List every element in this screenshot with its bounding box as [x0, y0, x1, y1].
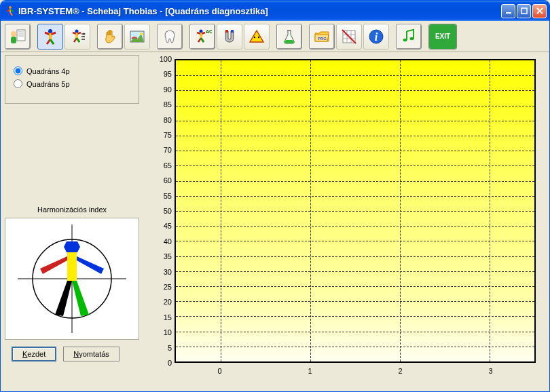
- svg-text:AC: AC: [206, 29, 212, 34]
- y-tick-label: 20: [142, 298, 172, 306]
- svg-marker-39: [55, 281, 72, 316]
- radio-panel: Quadráns 4p Quadráns 5p: [5, 55, 139, 104]
- info-icon[interactable]: i: [363, 24, 389, 50]
- radio-quadrans-4p[interactable]: Quadráns 4p: [12, 66, 132, 75]
- person-ac-icon[interactable]: AC: [189, 24, 215, 50]
- content-area: Quadráns 4p Quadráns 5p Harmonizációs in…: [1, 52, 549, 391]
- chart-plot: [175, 59, 536, 363]
- y-tick-label: 50: [142, 207, 172, 215]
- svg-rect-27: [287, 30, 291, 31]
- svg-point-18: [140, 33, 143, 35]
- x-tick-label: 0: [217, 367, 221, 375]
- svg-text:i: i: [375, 31, 378, 43]
- y-tick-label: 95: [142, 70, 172, 78]
- y-tick-label: 70: [142, 146, 172, 154]
- minimize-button[interactable]: [501, 4, 515, 18]
- flask-icon[interactable]: [276, 24, 302, 50]
- y-tick-label: 45: [142, 222, 172, 230]
- svg-marker-40: [72, 281, 89, 316]
- triangle-warning-icon[interactable]: [244, 24, 270, 50]
- svg-point-26: [258, 36, 259, 37]
- svg-marker-37: [64, 241, 80, 252]
- person-body-icon[interactable]: [37, 24, 63, 50]
- radio-quadrans-5p[interactable]: Quadráns 5p: [12, 79, 132, 88]
- start-button[interactable]: Kezdet: [12, 347, 56, 361]
- svg-point-33: [410, 37, 414, 39]
- y-tick-label: 35: [142, 252, 172, 260]
- svg-point-19: [200, 29, 203, 33]
- x-tick-label: 1: [308, 367, 312, 375]
- svg-point-15: [75, 29, 79, 33]
- person-arrows-icon[interactable]: [65, 24, 90, 50]
- svg-rect-38: [67, 252, 77, 281]
- y-tick-label: 55: [142, 192, 172, 200]
- app-icon: [5, 5, 16, 16]
- window-controls: [501, 4, 547, 18]
- y-tick-label: 75: [142, 131, 172, 139]
- titlebar: IBR-SYSTEM® - Schebaj Thobias - [Quadrán…: [1, 1, 549, 21]
- svg-point-12: [11, 31, 16, 37]
- x-tick-label: 3: [488, 367, 492, 375]
- y-tick-label: 10: [142, 328, 172, 336]
- radio-label-5p: Quadráns 5p: [26, 80, 70, 88]
- svg-rect-8: [17, 30, 25, 41]
- folder-prg-icon[interactable]: PRG: [309, 24, 335, 50]
- y-tick-label: 90: [142, 85, 172, 94]
- svg-line-5: [10, 12, 12, 16]
- body-crosshair-icon: [14, 221, 130, 336]
- svg-rect-13: [11, 37, 16, 43]
- x-tick-label: 2: [398, 367, 402, 375]
- music-note-icon[interactable]: [396, 24, 422, 50]
- bottom-buttons: Kezdet Nyomtatás: [5, 345, 139, 363]
- svg-rect-7: [521, 8, 527, 14]
- svg-rect-22: [231, 30, 234, 33]
- y-tick-label: 80: [142, 116, 172, 124]
- y-tick-label: 65: [142, 161, 172, 170]
- person-doc-icon[interactable]: [5, 24, 31, 50]
- svg-point-25: [254, 36, 255, 37]
- y-tick-label: 100: [142, 55, 172, 63]
- grid-cross-icon[interactable]: [336, 24, 362, 50]
- harmonization-label: Harmonizációs index: [5, 205, 139, 214]
- magnet-icon[interactable]: [217, 24, 242, 50]
- svg-rect-21: [225, 30, 228, 33]
- tooth-icon[interactable]: [157, 24, 183, 50]
- y-tick-label: 30: [142, 268, 172, 276]
- y-tick-label: 0: [142, 359, 172, 367]
- y-tick-label: 25: [142, 283, 172, 291]
- print-button[interactable]: Nyomtatás: [63, 347, 120, 361]
- sidebar: Quadráns 4p Quadráns 5p Harmonizációs in…: [5, 55, 139, 387]
- y-tick-label: 85: [142, 100, 172, 109]
- landscape-icon[interactable]: [124, 24, 150, 50]
- hand-icon[interactable]: [97, 24, 123, 50]
- svg-text:PRG: PRG: [318, 37, 327, 41]
- y-tick-label: 60: [142, 176, 172, 184]
- y-tick-label: 5: [142, 344, 172, 352]
- exit-button[interactable]: EXIT: [428, 24, 457, 50]
- figure-panel: [5, 218, 139, 340]
- radio-input-4p[interactable]: [14, 66, 22, 75]
- svg-marker-23: [250, 31, 263, 42]
- chart-area: 0510152025303540455055606570758085909510…: [142, 55, 545, 387]
- svg-point-32: [403, 38, 407, 41]
- svg-point-0: [9, 6, 12, 9]
- toolbar: AC: [1, 21, 549, 52]
- window-title: IBR-SYSTEM® - Schebaj Thobias - [Quadrán…: [18, 6, 501, 16]
- y-tick-label: 15: [142, 313, 172, 321]
- radio-label-4p: Quadráns 4p: [26, 67, 70, 75]
- close-button[interactable]: [532, 4, 547, 18]
- radio-input-5p[interactable]: [14, 79, 22, 88]
- y-tick-label: 40: [142, 237, 172, 246]
- svg-point-14: [48, 29, 52, 33]
- svg-rect-6: [506, 12, 511, 14]
- app-window: IBR-SYSTEM® - Schebaj Thobias - [Quadrán…: [0, 0, 550, 392]
- maximize-button[interactable]: [517, 4, 531, 18]
